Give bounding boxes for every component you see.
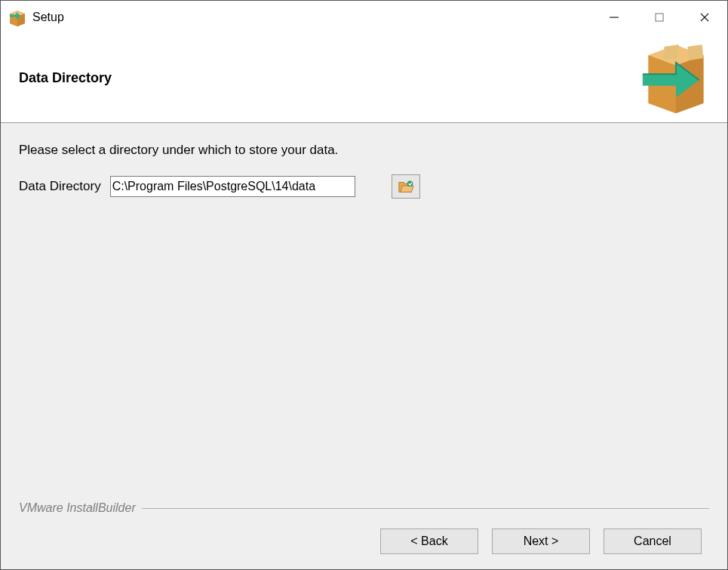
window-controls <box>591 1 727 34</box>
setup-window: Setup Data Directory <box>0 0 728 570</box>
box-arrow-icon <box>640 42 712 115</box>
wizard-header: Data Directory <box>1 34 727 123</box>
cancel-button[interactable]: Cancel <box>604 528 702 554</box>
maximize-icon <box>654 12 665 23</box>
maximize-button[interactable] <box>637 1 682 34</box>
data-directory-row: Data Directory <box>19 174 709 199</box>
close-button[interactable] <box>682 1 727 34</box>
svg-marker-8 <box>663 44 679 60</box>
data-directory-input[interactable] <box>110 176 355 197</box>
installer-brand-text: VMware InstallBuilder <box>19 501 136 515</box>
nav-buttons: < Back Next > Cancel <box>19 521 709 562</box>
page-title: Data Directory <box>19 70 112 86</box>
instruction-text: Please select a directory under which to… <box>19 143 709 158</box>
window-title: Setup <box>32 11 64 24</box>
close-icon <box>699 12 710 23</box>
data-directory-label: Data Directory <box>19 179 101 194</box>
minimize-icon <box>609 12 619 23</box>
wizard-body: Please select a directory under which to… <box>1 123 727 569</box>
titlebar: Setup <box>1 1 727 34</box>
minimize-button[interactable] <box>591 1 637 34</box>
wizard-footer: VMware InstallBuilder < Back Next > Canc… <box>19 501 709 562</box>
folder-open-icon <box>398 178 414 195</box>
app-icon <box>8 8 26 26</box>
svg-marker-9 <box>687 44 703 60</box>
browse-button[interactable] <box>392 174 420 199</box>
divider-line <box>142 508 709 509</box>
next-button[interactable]: Next > <box>492 528 590 554</box>
back-button[interactable]: < Back <box>380 528 478 554</box>
svg-rect-1 <box>656 14 663 21</box>
installer-brand: VMware InstallBuilder <box>19 501 709 515</box>
